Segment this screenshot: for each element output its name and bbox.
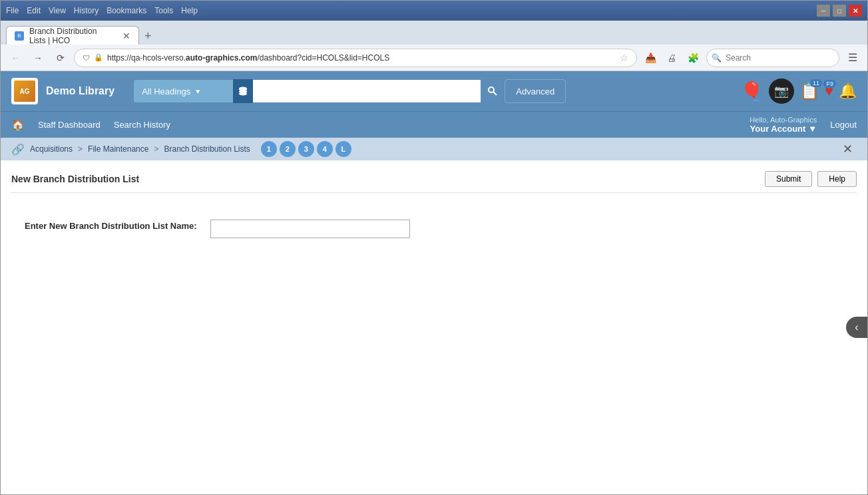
home-icon[interactable]: 🏠 [11, 118, 25, 131]
breadcrumb-sep-2: > [154, 144, 158, 154]
library-name: Demo Library [46, 85, 114, 97]
menu-history[interactable]: History [74, 6, 99, 15]
logout-button[interactable]: Logout [830, 120, 857, 130]
url-bar[interactable]: 🛡 🔒 https://qa-hcols-verso.auto-graphics… [74, 49, 637, 67]
maximize-button[interactable]: □ [833, 5, 846, 17]
page-btn-1[interactable]: 1 [261, 141, 277, 157]
form-label: Enter New Branch Distribution List Name: [25, 220, 197, 233]
breadcrumb-sep-1: > [78, 144, 83, 154]
print-button[interactable]: 🖨 [662, 49, 681, 67]
help-button[interactable]: Help [817, 171, 857, 187]
heart-icon-container[interactable]: ♥ F9 [825, 82, 833, 100]
database-icon[interactable] [233, 79, 253, 103]
tab-label: Branch Distribution Lists | HCO [29, 27, 114, 45]
menu-file[interactable]: File [6, 6, 19, 15]
account-section: Hello, Auto-Graphics Your Account ▼ Logo… [750, 116, 857, 134]
svg-line-6 [493, 92, 497, 95]
reload-button[interactable]: ⟳ [51, 49, 70, 67]
right-icons: 🎈 📷 📋 11 ♥ F9 🔔 [740, 79, 857, 104]
close-breadcrumb-button[interactable]: ✕ [838, 140, 857, 158]
page-btn-4[interactable]: 4 [317, 141, 333, 157]
form-section: Enter New Branch Distribution List Name: [11, 206, 857, 251]
balloon-icon[interactable]: 🎈 [740, 81, 763, 102]
dropdown-arrow-icon: ▼ [194, 88, 201, 95]
search-button[interactable] [481, 79, 505, 103]
bell-icon: 🔔 [839, 82, 857, 100]
close-button[interactable]: ✕ [849, 5, 862, 17]
menu-bookmarks[interactable]: Bookmarks [107, 6, 146, 15]
menu-help[interactable]: Help [181, 6, 198, 15]
url-prefix: https://qa-hcols-verso. [107, 53, 186, 63]
camera-icon[interactable]: 📷 [769, 79, 794, 104]
breadcrumb-current: Branch Distribution Lists [164, 144, 250, 154]
url-domain: auto-graphics.com [186, 53, 257, 63]
list-badge: 11 [810, 79, 822, 87]
tab-favicon: B [15, 31, 24, 41]
url-text: https://qa-hcols-verso.auto-graphics.com… [107, 53, 616, 63]
search-icon: 🔍 [712, 53, 722, 63]
tab-bar: B Branch Distribution Lists | HCO ✕ + [1, 21, 867, 45]
branch-distribution-list-name-input[interactable] [210, 220, 410, 238]
window-controls: ─ □ ✕ [817, 5, 862, 17]
new-tab-button[interactable]: + [140, 29, 156, 43]
main-content: New Branch Distribution List Submit Help… [1, 160, 867, 494]
chevron-down-icon: ▼ [808, 124, 817, 134]
menu-bar[interactable]: File Edit View History Bookmarks Tools H… [6, 6, 198, 15]
menu-edit[interactable]: Edit [27, 6, 41, 15]
breadcrumb-file-maintenance[interactable]: File Maintenance [88, 144, 148, 154]
pocket-button[interactable]: 📥 [641, 49, 660, 67]
breadcrumb-bar: 🔗 Acquisitions > File Maintenance > Bran… [1, 138, 867, 160]
camera-icon-container: 📷 [769, 79, 794, 104]
menu-tools[interactable]: Tools [154, 6, 173, 15]
heart-badge: F9 [823, 80, 836, 88]
account-info: Hello, Auto-Graphics Your Account ▼ [750, 116, 817, 134]
form-row: Enter New Branch Distribution List Name: [25, 220, 843, 238]
minimize-button[interactable]: ─ [817, 5, 830, 17]
extension-button[interactable]: 🧩 [684, 49, 702, 67]
hello-text: Hello, Auto-Graphics [750, 116, 817, 124]
url-suffix: /dashboard?cid=HCOLS&lid=HCOLS [257, 53, 389, 63]
app-content: AG Demo Library All Headings ▼ [1, 71, 867, 494]
shield-icon: 🛡 [83, 54, 90, 62]
lock-icon: 🔒 [94, 53, 103, 62]
bookmark-button[interactable]: ☆ [620, 53, 628, 63]
search-section: All Headings ▼ [133, 79, 566, 103]
breadcrumb-icon: 🔗 [11, 143, 25, 156]
headings-dropdown[interactable]: All Headings ▼ [133, 79, 233, 103]
submit-button[interactable]: Submit [765, 171, 812, 187]
bell-icon-container[interactable]: 🔔 [839, 82, 857, 100]
library-logo-inner: AG [14, 81, 35, 102]
browser-tab-active[interactable]: B Branch Distribution Lists | HCO ✕ [6, 26, 139, 45]
title-bar: File Edit View History Bookmarks Tools H… [1, 1, 867, 21]
account-link[interactable]: Your Account ▼ [750, 124, 817, 134]
search-input[interactable] [253, 79, 481, 103]
page-btn-2[interactable]: 2 [280, 141, 296, 157]
forward-button[interactable]: → [29, 49, 47, 67]
page-title-bar: New Branch Distribution List Submit Help [11, 171, 857, 193]
back-button[interactable]: ← [6, 49, 25, 67]
action-buttons: Submit Help [765, 171, 857, 187]
svg-point-5 [489, 87, 494, 92]
page-title: New Branch Distribution List [11, 174, 139, 184]
menu-view[interactable]: View [49, 6, 66, 15]
headings-label: All Headings [142, 86, 190, 96]
svg-point-4 [239, 92, 247, 96]
menu-button[interactable]: ☰ [843, 49, 862, 67]
pagination: 1 2 3 4 L [261, 141, 351, 157]
library-logo: AG [11, 78, 38, 104]
browser-search-container: 🔍 [706, 49, 839, 67]
staff-dashboard-link[interactable]: Staff Dashboard [38, 120, 101, 130]
list-icon-container[interactable]: 📋 11 [799, 82, 819, 100]
breadcrumb-acquisitions[interactable]: Acquisitions [30, 144, 73, 154]
search-history-link[interactable]: Search History [114, 120, 170, 130]
browser-search-input[interactable] [706, 49, 839, 67]
advanced-button[interactable]: Advanced [505, 79, 566, 103]
address-bar: ← → ⟳ 🛡 🔒 https://qa-hcols-verso.auto-gr… [1, 45, 867, 71]
back-button-right[interactable]: ‹ [846, 317, 867, 338]
page-btn-3[interactable]: 3 [298, 141, 314, 157]
balloon-icon-container: 🎈 [740, 81, 763, 102]
tab-close-button[interactable]: ✕ [122, 31, 130, 41]
page-btn-l[interactable]: L [335, 141, 351, 157]
toolbar-right: 📥 🖨 🧩 [641, 49, 702, 67]
second-nav: 🏠 Staff Dashboard Search History Hello, … [1, 111, 867, 138]
